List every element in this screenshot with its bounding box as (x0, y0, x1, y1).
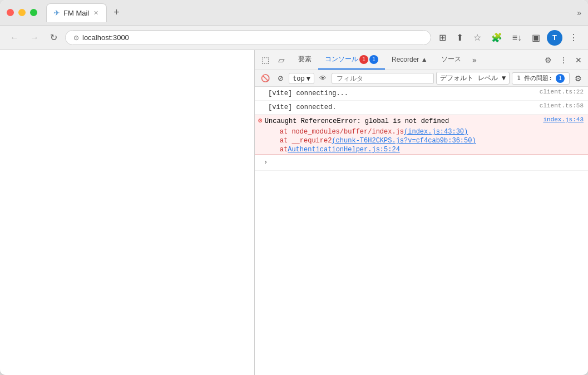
console-source[interactable]: client.ts:58 (540, 102, 584, 109)
console-entry-vite-connected: [vite] connected. client.ts:58 (255, 101, 588, 115)
title-bar: ✈ FM Mail ✕ + » (0, 0, 588, 26)
issues-badge: 1 (556, 74, 565, 83)
stack-link-2[interactable]: (chunk-T6H2CKPS.js?v=cf4cab9b:36:50) (332, 137, 476, 145)
expand-button[interactable]: › (259, 156, 272, 169)
stack-text-1: at node_modules/buffer/index.js (264, 128, 404, 136)
error-icon: ⊗ (258, 116, 263, 125)
main-content: ⬚ ▱ 要素 コンソール 1 1 Recorder ▲ (0, 50, 588, 375)
back-button[interactable]: ← (7, 31, 22, 45)
context-selector[interactable]: top ▼ (289, 73, 314, 84)
address-bar[interactable]: ⊙ localhost:3000 (65, 30, 431, 45)
window-controls (7, 9, 37, 16)
context-label: top (293, 75, 305, 82)
tab-sources[interactable]: ソース (434, 50, 468, 70)
clear-console-button[interactable]: 🚫 (258, 72, 273, 84)
console-source[interactable]: client.ts:22 (540, 88, 584, 95)
close-button[interactable] (7, 9, 14, 16)
error-stack-line-2: at __require2 (chunk-T6H2CKPS.js?v=cf4ca… (255, 136, 588, 145)
minimize-button[interactable] (18, 9, 26, 16)
star-button[interactable]: ☆ (470, 30, 485, 45)
devtools-toolbar: ⬚ ▱ 要素 コンソール 1 1 Recorder ▲ (255, 50, 588, 70)
nav-bar: ← → ↻ ⊙ localhost:3000 ⊞ ⬆ ☆ 🧩 ≡↓ ▣ T ⋮ (0, 26, 588, 50)
context-chevron-icon: ▼ (307, 75, 310, 82)
devtools-panel: ⬚ ▱ 要素 コンソール 1 1 Recorder ▲ (254, 50, 588, 375)
new-tab-button[interactable]: + (109, 4, 124, 21)
filter-toggle-button[interactable]: ⊘ (275, 72, 286, 84)
more-tabs-button[interactable]: » (468, 53, 481, 67)
error-stack-line-1: at node_modules/buffer/index.js (index.j… (255, 127, 588, 136)
maximize-button[interactable] (30, 9, 37, 16)
url-display: localhost:3000 (82, 33, 129, 42)
console-message-badge: 1 (369, 55, 378, 64)
error-block: ⊗ Uncaught ReferenceError: global is not… (255, 115, 588, 155)
issues-counter[interactable]: 1 件の問題: 1 (512, 72, 570, 85)
tab-elements[interactable]: 要素 (291, 50, 318, 70)
level-selector[interactable]: デフォルト レベル ▼ (436, 72, 510, 85)
filter-input[interactable] (332, 73, 434, 84)
lock-icon: ⊙ (73, 34, 79, 42)
stack-text-2: at __require2 (264, 137, 332, 145)
error-main-text: Uncaught ReferenceError: global is not d… (265, 116, 539, 126)
console-output: [vite] connecting... client.ts:22 [vite]… (255, 87, 588, 375)
tab-search-button[interactable]: ≡↓ (509, 31, 525, 45)
error-stack-line-3: at AuthenticationHelper.js:5:24 (255, 145, 588, 154)
issues-text: 1 件の問題: (517, 74, 552, 82)
user-avatar[interactable]: T (547, 30, 562, 46)
error-main-line: ⊗ Uncaught ReferenceError: global is not… (255, 115, 588, 127)
device-toolbar-button[interactable]: ▱ (275, 53, 288, 67)
share-button[interactable]: ⬆ (453, 30, 467, 45)
tab-overflow-button[interactable]: » (577, 8, 581, 17)
stack-link-1[interactable]: (index.js:43:30) (404, 128, 468, 136)
stack-text-3: at (264, 146, 288, 154)
eye-button[interactable]: 👁 (317, 72, 329, 84)
console-settings-button[interactable]: ⚙ (572, 72, 585, 85)
tab-icon: ✈ (53, 8, 60, 17)
devtools-tabs: 要素 コンソール 1 1 Recorder ▲ ソース » (291, 50, 538, 70)
tab-label: FM Mail (63, 9, 89, 17)
tab-console[interactable]: コンソール 1 1 (318, 50, 385, 70)
stack-link-3[interactable]: AuthenticationHelper.js:5:24 (288, 146, 400, 154)
console-text: [vite] connected. (268, 102, 535, 112)
console-expand-entry: › (255, 155, 588, 171)
extensions-button[interactable]: 🧩 (488, 30, 506, 45)
devtools-toolbar-right: ⚙ ⋮ ✕ (538, 53, 588, 67)
tab-bar: ✈ FM Mail ✕ + (46, 3, 572, 22)
active-tab[interactable]: ✈ FM Mail ✕ (46, 3, 107, 22)
console-toolbar: 🚫 ⊘ top ▼ 👁 デフォルト レベル ▼ 1 件の問題: 1 ⚙ (255, 70, 588, 87)
console-error-badge: 1 (359, 55, 368, 64)
console-text: [vite] connecting... (268, 88, 535, 98)
refresh-button[interactable]: ↻ (47, 30, 61, 45)
browser-window: ✈ FM Mail ✕ + » ← → ↻ ⊙ localhost:3000 ⊞… (0, 0, 588, 375)
devtools-settings-button[interactable]: ⚙ (542, 53, 555, 67)
devtools-more-button[interactable]: ⋮ (557, 53, 570, 67)
forward-button[interactable]: → (27, 31, 42, 45)
inspect-element-button[interactable]: ⬚ (258, 53, 273, 67)
devtools-close-button[interactable]: ✕ (572, 53, 585, 67)
nav-actions: ⊞ ⬆ ☆ 🧩 ≡↓ ▣ T ⋮ (436, 30, 581, 46)
error-main-source[interactable]: index.js:43 (543, 116, 584, 123)
console-entry-vite-connecting: [vite] connecting... client.ts:22 (255, 87, 588, 101)
page-content (0, 50, 254, 375)
tab-recorder[interactable]: Recorder ▲ (385, 50, 434, 70)
sidebar-button[interactable]: ▣ (528, 30, 543, 45)
menu-button[interactable]: ⋮ (566, 30, 581, 45)
translate-button[interactable]: ⊞ (436, 30, 449, 45)
level-label: デフォルト レベル ▼ (440, 73, 506, 83)
tab-close-button[interactable]: ✕ (92, 8, 100, 18)
devtools-toolbar-left: ⬚ ▱ (255, 53, 291, 67)
